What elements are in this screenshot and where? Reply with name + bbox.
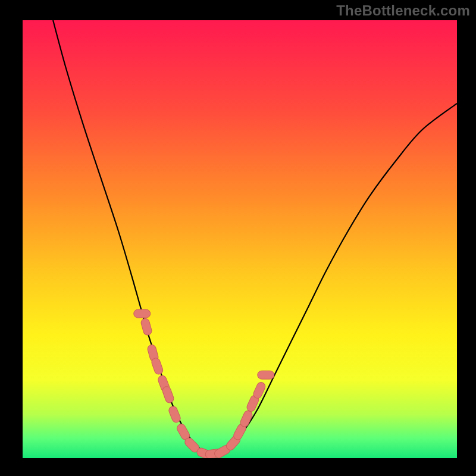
watermark-text: TheBottleneck.com [336, 2, 470, 19]
plot-background [23, 20, 457, 458]
marker [258, 371, 274, 379]
marker [134, 309, 151, 318]
bottleneck-chart [0, 0, 476, 476]
chart-frame: TheBottleneck.com [0, 0, 476, 476]
